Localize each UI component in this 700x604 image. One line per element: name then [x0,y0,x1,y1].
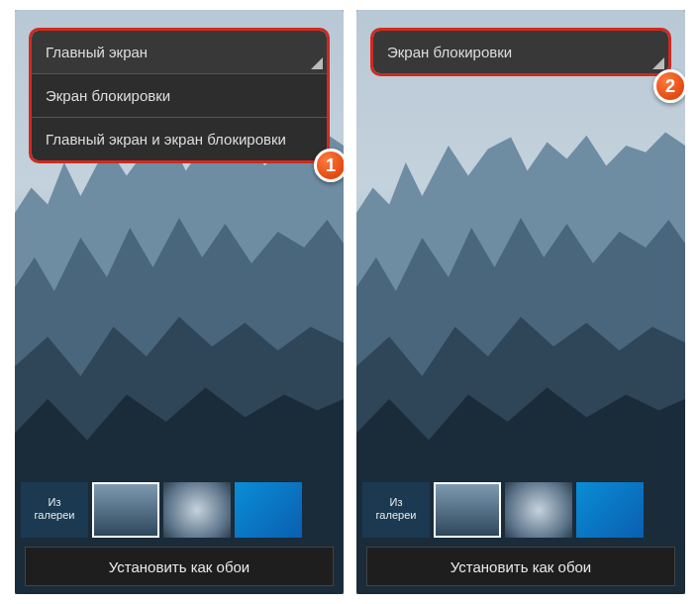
thumb-mountains[interactable] [434,482,501,538]
wallpaper-thumbnails: Из галереи [362,480,679,540]
target-dropdown-expanded: Главный экран Экран блокировки Главный э… [29,28,330,163]
gallery-label-line2: галереи [376,509,417,521]
dropdown-option-home[interactable]: Главный экран [32,31,327,73]
thumb-blue[interactable] [576,482,644,538]
callout-badge-1: 1 [314,149,344,182]
phone-screenshot-left: Главный экран Экран блокировки Главный э… [15,10,344,594]
gallery-label-line1: Из [390,496,403,508]
gallery-label-line2: галереи [35,509,75,521]
thumb-swirl[interactable] [505,482,572,538]
dropdown-selected-lock[interactable]: Экран блокировки [373,31,668,73]
dropdown-option-lock[interactable]: Экран блокировки [32,73,327,117]
gallery-label-line1: Из [49,496,61,508]
callout-badge-2: 2 [653,69,685,103]
phone-screenshot-right: Экран блокировки Из галереи Установить к… [356,10,685,594]
dropdown-option-both[interactable]: Главный экран и экран блокировки [32,117,327,160]
wallpaper-thumbnails: Из галереи [21,480,338,540]
thumb-from-gallery[interactable]: Из галереи [362,482,430,538]
thumb-swirl[interactable] [163,482,231,538]
target-dropdown-collapsed: Экран блокировки [370,28,671,76]
thumb-blue[interactable] [235,482,302,538]
set-wallpaper-button[interactable]: Установить как обои [366,547,675,586]
set-wallpaper-button[interactable]: Установить как обои [25,547,334,586]
thumb-mountains[interactable] [92,482,159,538]
thumb-from-gallery[interactable]: Из галереи [21,482,88,538]
